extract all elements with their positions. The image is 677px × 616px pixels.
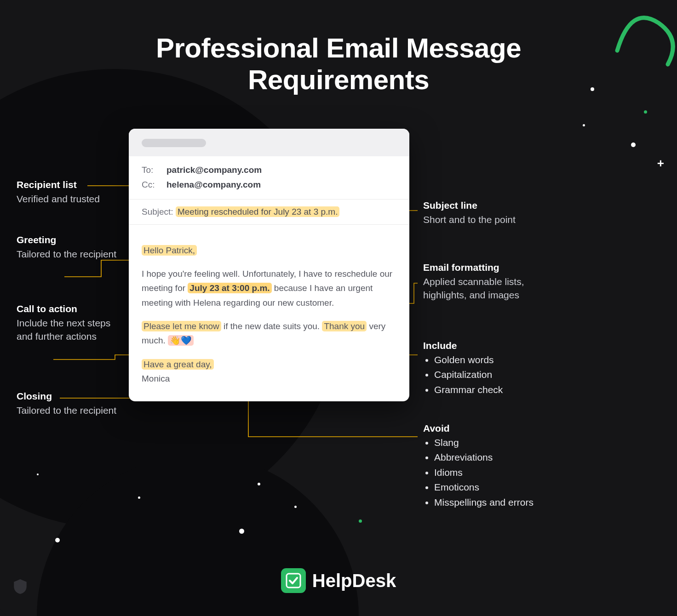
to-row: To: patrick@company.com xyxy=(142,163,396,177)
page-title: Professional Email Message Requirements xyxy=(0,32,677,96)
cta-paragraph: Please let me know if the new date suits… xyxy=(142,319,396,348)
helpdesk-wordmark: HelpDesk xyxy=(312,570,396,591)
titlebar-placeholder xyxy=(142,139,206,147)
helpdesk-icon xyxy=(281,568,306,593)
anno-avoid-list: Slang Abbreviations Idioms Emoticons Mis… xyxy=(434,436,543,509)
list-item: Capitalization xyxy=(434,368,543,382)
cc-label: Cc: xyxy=(142,177,163,192)
cc-row: Cc: helena@company.com xyxy=(142,177,396,192)
decor-dot xyxy=(583,124,585,126)
subject-label: Subject: xyxy=(142,207,173,217)
list-item: Idioms xyxy=(434,466,543,479)
body-paragraph: I hope you're feeling well. Unfortunatel… xyxy=(142,267,396,310)
anno-include-title: Include xyxy=(423,340,543,351)
decor-dot xyxy=(359,519,362,523)
title-line-2: Requirements xyxy=(248,64,429,95)
anno-closing: Closing Tailored to the recipient xyxy=(17,391,118,417)
decor-plus: + xyxy=(657,156,664,171)
anno-cta: Call to action Include the next steps an… xyxy=(17,303,118,343)
decor-dot xyxy=(55,538,60,542)
subject-value: Meeting rescheduled for July 23 at 3 p.m… xyxy=(176,206,340,217)
signature: Monica xyxy=(142,374,170,383)
list-item: Emoticons xyxy=(434,480,543,494)
cc-value: helena@company.com xyxy=(166,177,261,192)
anno-closing-desc: Tailored to the recipient xyxy=(17,404,118,417)
emoji-highlight: 👋💙 xyxy=(168,335,194,346)
anno-subject: Subject line Short and to the point xyxy=(423,200,543,226)
decor-dot xyxy=(644,110,647,114)
anno-cta-title: Call to action xyxy=(17,303,118,314)
anno-recipient: Recipient list Verified and trusted xyxy=(17,179,118,205)
anno-include: Include Golden words Capitalization Gram… xyxy=(423,340,543,398)
decor-dot xyxy=(138,496,140,499)
email-titlebar xyxy=(129,129,409,156)
anno-recipient-title: Recipient list xyxy=(17,179,118,190)
anno-subject-title: Subject line xyxy=(423,200,543,211)
decor-dot xyxy=(258,483,260,485)
anno-include-list: Golden words Capitalization Grammar chec… xyxy=(434,353,543,397)
list-item: Abbreviations xyxy=(434,451,543,464)
recipient-section: To: patrick@company.com Cc: helena@compa… xyxy=(129,156,409,200)
list-item: Slang xyxy=(434,436,543,450)
anno-greeting-desc: Tailored to the recipient xyxy=(17,247,118,261)
cta-mid: if the new date suits you. xyxy=(221,321,322,331)
anno-greeting-title: Greeting xyxy=(17,234,118,245)
anno-cta-desc: Include the next steps and further actio… xyxy=(17,316,118,343)
anno-formatting-desc: Applied scannable lists, highlights, and… xyxy=(423,275,543,302)
footer-logo: HelpDesk xyxy=(0,568,677,593)
anno-recipient-desc: Verified and trusted xyxy=(17,192,118,205)
anno-formatting-title: Email formatting xyxy=(423,262,543,273)
title-line-1: Professional Email Message xyxy=(156,33,521,63)
list-item: Misspellings and errors xyxy=(434,496,543,509)
anno-avoid: Avoid Slang Abbreviations Idioms Emotico… xyxy=(423,423,543,510)
list-item: Grammar check xyxy=(434,383,543,397)
decor-dot xyxy=(239,529,244,534)
greeting-text: Hello Patrick, xyxy=(142,245,197,256)
anno-avoid-title: Avoid xyxy=(423,423,543,434)
anno-greeting: Greeting Tailored to the recipient xyxy=(17,234,118,261)
subject-section: Subject: Meeting rescheduled for July 23… xyxy=(129,200,409,225)
svg-rect-12 xyxy=(287,574,300,587)
decor-dot xyxy=(294,506,297,508)
to-value: patrick@company.com xyxy=(166,163,262,177)
email-body: Hello Patrick, I hope you're feeling wel… xyxy=(129,225,409,402)
body-date-highlight: July 23 at 3:00 p.m. xyxy=(188,283,271,293)
closing-paragraph: Have a great day, Monica xyxy=(142,357,396,386)
thanks-highlight: Thank you xyxy=(322,321,367,331)
to-label: To: xyxy=(142,163,163,177)
cta-highlight: Please let me know xyxy=(142,321,221,331)
closing-highlight: Have a great day, xyxy=(142,359,214,370)
anno-subject-desc: Short and to the point xyxy=(423,213,543,226)
anno-closing-title: Closing xyxy=(17,391,118,402)
email-card: To: patrick@company.com Cc: helena@compa… xyxy=(129,129,409,401)
list-item: Golden words xyxy=(434,353,543,367)
anno-formatting: Email formatting Applied scannable lists… xyxy=(423,262,543,302)
decor-dot xyxy=(37,473,39,475)
decor-dot xyxy=(631,143,636,147)
check-icon xyxy=(286,573,301,588)
